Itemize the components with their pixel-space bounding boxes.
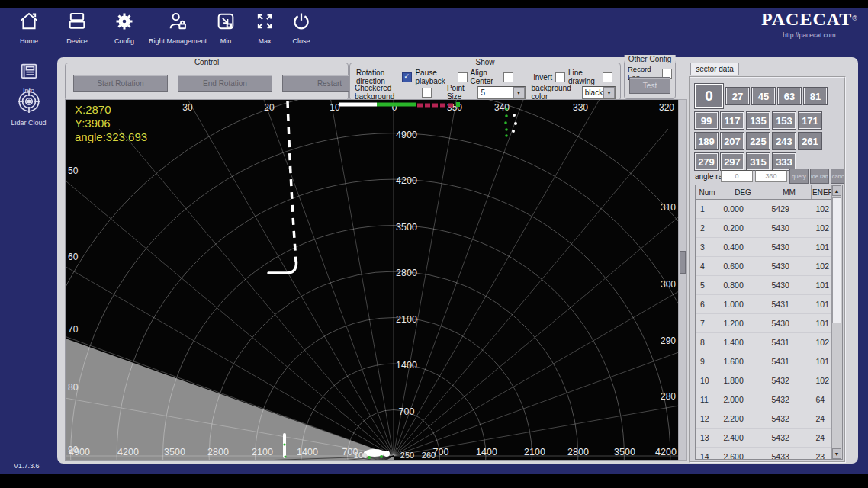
sector-angle-button-153[interactable]: 153	[773, 112, 796, 129]
sector-angle-button-261[interactable]: 261	[799, 133, 821, 149]
toolbar-item-home[interactable]: Home	[11, 11, 47, 45]
sector-angle-button-279[interactable]: 279	[695, 153, 718, 170]
table-row[interactable]: 101.8005432102	[696, 371, 831, 390]
chevron-down-icon: ▼	[603, 87, 615, 98]
table-row[interactable]: 10.0005429102	[696, 200, 831, 219]
checkered-background-checkbox[interactable]	[422, 88, 432, 98]
scroll-down-icon[interactable]: ▼	[832, 448, 841, 459]
bottom-bar	[0, 474, 868, 488]
scroll-up-icon[interactable]: ▲	[832, 185, 841, 196]
device-icon	[58, 11, 96, 35]
table-scrollbar[interactable]: ▲ ▼	[831, 185, 842, 459]
sector-angle-button-243[interactable]: 243	[773, 133, 796, 149]
svg-text:260: 260	[422, 451, 436, 460]
end-rotation-button[interactable]: End Rotation	[178, 75, 272, 92]
table-row[interactable]: 40.6005430102	[696, 257, 831, 276]
sector-angle-button-27[interactable]: 27	[726, 88, 749, 104]
sector-angle-button-171[interactable]: 171	[799, 112, 821, 129]
sidebar-item-lidar-cloud[interactable]: Lidar Cloud	[0, 88, 57, 127]
toolbar-item-config[interactable]: Config	[105, 11, 143, 45]
col-num[interactable]: Num	[696, 185, 719, 200]
sector-angle-button-189[interactable]: 189	[695, 133, 718, 149]
toolbar-item-min[interactable]: Min	[210, 11, 242, 45]
table-scrollbar-thumb[interactable]	[832, 197, 841, 323]
radar-viewport[interactable]: 4900420035002800210014007003020100350340…	[65, 99, 679, 461]
angle-range-from-input[interactable]: 0	[721, 170, 753, 182]
svg-text:250: 250	[400, 451, 414, 460]
radar-vertical-scrollbar[interactable]	[678, 99, 687, 461]
sector-angle-button-207[interactable]: 207	[721, 133, 744, 149]
sector-angle-button-63[interactable]: 63	[778, 88, 801, 104]
table-row[interactable]: 122.200543224	[696, 409, 831, 429]
svg-text:3500: 3500	[164, 447, 185, 458]
sector-angle-button-81[interactable]: 81	[804, 88, 827, 104]
col-energy[interactable]: ENERGY	[812, 185, 831, 200]
table-row[interactable]: 20.2005430102	[696, 219, 831, 238]
col-mm[interactable]: MM	[767, 185, 812, 200]
sector-angle-button-297[interactable]: 297	[721, 153, 744, 170]
svg-text:1400: 1400	[297, 447, 318, 458]
align-center-checkbox[interactable]	[503, 72, 513, 82]
sector-angle-button-333[interactable]: 333	[773, 153, 796, 170]
sector-angle-grid: 0274563819911713515317118920722524326127…	[695, 84, 843, 170]
table-row[interactable]: 91.6005431101	[696, 352, 831, 371]
radar-canvas[interactable]: 4900420035002800210014007003020100350340…	[66, 100, 678, 460]
toolbar-item-right-management[interactable]: Right Management	[146, 11, 210, 45]
rotation-direction-checkbox[interactable]	[402, 72, 412, 82]
cancel-button[interactable]: cancel	[831, 169, 846, 184]
table-row[interactable]: 112.000543264	[696, 390, 831, 409]
pause-playback-checkbox[interactable]	[458, 72, 468, 82]
svg-text:4900: 4900	[396, 130, 417, 140]
cursor-readout: X:2870 Y:3906 angle:323.693	[75, 103, 147, 144]
table-row[interactable]: 30.4005430101	[696, 238, 831, 257]
svg-text:2800: 2800	[567, 447, 589, 458]
svg-text:70: 70	[68, 324, 79, 335]
scrollbar-thumb[interactable]	[680, 251, 686, 274]
table-row[interactable]: 142.600543323	[696, 448, 831, 461]
sector-angle-button-315[interactable]: 315	[747, 153, 770, 170]
toolbar-item-device[interactable]: Device	[58, 11, 96, 45]
hide-range-button[interactable]: hide rang	[810, 169, 829, 184]
version-label: V1.7.3.6	[14, 462, 40, 470]
toolbar-item-max[interactable]: Max	[249, 11, 281, 45]
start-rotation-button[interactable]: Start Rotation	[73, 75, 168, 92]
point-size-select[interactable]: 5 ▼	[477, 86, 525, 99]
sector-data-panel: 0274563819911713515317118920722524326127…	[689, 76, 846, 463]
background-color-label: background color	[532, 84, 579, 101]
line-drawing-checkbox[interactable]	[603, 72, 612, 82]
chevron-down-icon: ▼	[513, 87, 525, 98]
toolbar-item-close[interactable]: Close	[284, 11, 319, 45]
align-center-label: Align Center	[471, 69, 501, 85]
test-button[interactable]: Test	[629, 77, 670, 94]
col-deg[interactable]: DEG	[719, 185, 767, 200]
sector-angle-button-99[interactable]: 99	[695, 112, 718, 129]
angle-range-to-input[interactable]: 360	[755, 170, 787, 182]
sector-angle-button-225[interactable]: 225	[747, 133, 770, 149]
sector-angle-button-117[interactable]: 117	[721, 112, 744, 129]
cursor-y: Y:3906	[75, 117, 147, 130]
query-button[interactable]: query	[789, 169, 809, 184]
brand-url[interactable]: http://pacecat.com	[761, 31, 857, 39]
checkered-background-label: Checkered background	[355, 84, 419, 101]
sector-angle-button-0[interactable]: 0	[695, 84, 723, 108]
table-row[interactable]: 81.4005431102	[696, 333, 831, 352]
svg-text:60: 60	[68, 252, 79, 262]
table-row[interactable]: 50.8005430101	[696, 276, 831, 295]
table-row[interactable]: 71.2005430101	[696, 314, 831, 333]
control-title: Control	[191, 58, 223, 66]
svg-text:4200: 4200	[117, 447, 139, 458]
sector-angle-button-45[interactable]: 45	[752, 88, 775, 104]
line-drawing-label: Line drawing	[568, 69, 600, 85]
invert-checkbox[interactable]	[555, 72, 565, 82]
table-row[interactable]: 61.0005431101	[696, 295, 831, 314]
rotation-direction-label: Rotation direction	[356, 69, 399, 85]
power-icon	[284, 11, 319, 35]
background-color-select[interactable]: black ▼	[582, 86, 616, 99]
svg-text:2100: 2100	[252, 447, 273, 458]
sector-angle-button-135[interactable]: 135	[747, 112, 770, 129]
svg-text:20: 20	[264, 102, 275, 113]
tab-sector-data[interactable]: sector data	[690, 63, 739, 75]
svg-text:4900: 4900	[69, 447, 90, 458]
table-row[interactable]: 132.400543224	[696, 429, 831, 448]
info-icon	[17, 72, 41, 85]
